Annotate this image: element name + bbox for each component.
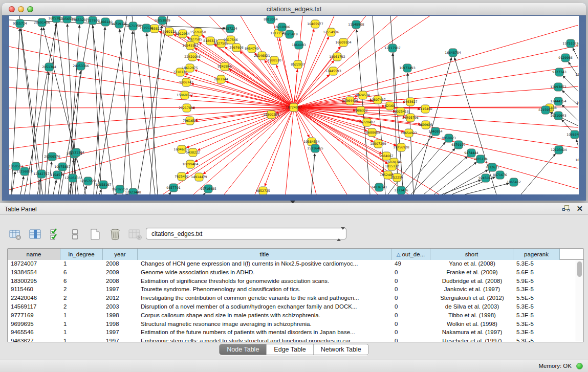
close-icon[interactable]: ✕ <box>576 205 583 212</box>
scrollbar-thumb[interactable] <box>577 261 582 277</box>
graph-node[interactable]: 26495796 <box>402 114 419 122</box>
graph-node[interactable]: 18961792 <box>329 53 345 61</box>
graph-node[interactable]: 9852725 <box>256 187 270 194</box>
cell[interactable]: 1997 <box>103 286 138 294</box>
graph-node[interactable]: 10688609 <box>364 128 380 137</box>
graph-node[interactable]: 6879197 <box>451 141 466 149</box>
row-height-icon[interactable] <box>68 228 82 241</box>
graph-node[interactable]: 1733426 <box>394 186 408 194</box>
cell[interactable]: 9465546 <box>8 329 60 337</box>
graph-node[interactable]: 9699695 <box>419 121 433 129</box>
cell[interactable]: 0 <box>391 329 430 337</box>
cell[interactable]: Genome-wide association studies in ADHD. <box>138 269 391 277</box>
graph-node[interactable]: 1065412 <box>507 178 521 186</box>
graph-node[interactable]: 20691406 <box>34 18 50 27</box>
network-table-select[interactable]: citations_edges.txt <box>146 228 346 239</box>
cell[interactable]: 18300295 <box>8 277 60 286</box>
column-header-title[interactable]: title <box>138 249 391 260</box>
cell[interactable]: Estimation of the future numbers of pati… <box>138 329 391 337</box>
graph-node[interactable]: 10973493 <box>399 64 416 72</box>
graph-node[interactable]: 16053809 <box>154 16 170 25</box>
graph-node[interactable]: 12505135 <box>64 174 81 182</box>
table-settings-icon[interactable] <box>8 228 23 241</box>
table-row[interactable]: 946362711997Embryonic stem cells: a mode… <box>8 337 583 342</box>
cell[interactable]: Investigating the contribution of common… <box>138 294 391 303</box>
cell[interactable]: 2012 <box>103 294 138 303</box>
graph-node[interactable]: 9806743 <box>179 78 193 86</box>
graph-node[interactable]: 12734492 <box>575 71 579 79</box>
graph-node[interactable]: 12093852 <box>550 83 567 91</box>
graph-node[interactable]: 11548908 <box>348 20 364 29</box>
graph-node[interactable]: 2803144 <box>214 75 228 83</box>
graph-node[interactable]: 21217889 <box>179 104 195 112</box>
cell[interactable]: 5.3E-5 <box>513 320 560 329</box>
graph-node[interactable]: 6466140 <box>98 18 113 26</box>
cell[interactable]: 49 <box>391 260 430 269</box>
cell[interactable]: 2009 <box>103 269 138 277</box>
memory-ok-indicator-icon[interactable] <box>576 363 583 369</box>
cell[interactable]: 18724007 <box>8 260 60 269</box>
table-row[interactable]: 1830029562008Estimation of significance … <box>8 277 583 286</box>
graph-node[interactable]: 12217987 <box>384 44 401 52</box>
cell[interactable]: Stergiakouli et al. (2012) <box>430 294 513 303</box>
graph-node[interactable]: 12342757 <box>33 170 50 178</box>
graph-node[interactable]: 15868177 <box>177 91 193 99</box>
cell[interactable]: 9777169 <box>8 312 60 320</box>
cell[interactable]: 0 <box>391 277 430 286</box>
graph-node[interactable]: 9115460 <box>418 105 432 113</box>
cell[interactable]: 5.9E-5 <box>513 277 560 286</box>
table-row[interactable]: 969969511998Structural magnetic resonanc… <box>8 320 583 329</box>
graph-node[interactable]: 1840954 <box>428 127 443 136</box>
cell[interactable]: 5.3E-5 <box>513 329 560 337</box>
graph-node[interactable]: 8522037 <box>291 60 305 69</box>
graph-node[interactable]: 16609104 <box>335 38 352 47</box>
cell[interactable]: 2 <box>60 286 103 294</box>
column-header-year[interactable]: year <box>103 249 138 260</box>
cell[interactable]: 1997 <box>103 337 138 342</box>
cell[interactable]: 0 <box>391 312 430 320</box>
cell[interactable]: Tourette syndrome. Phenomenology and cla… <box>138 286 391 294</box>
cell[interactable]: 0 <box>391 320 430 329</box>
graph-node[interactable]: 2935114 <box>473 155 488 163</box>
cell[interactable]: 19384554 <box>8 269 60 277</box>
cell[interactable]: Franke et al. (2009) <box>430 269 513 277</box>
network-canvas[interactable]: 7963822896012889129541522605893275051654… <box>9 16 579 194</box>
graph-node[interactable]: 19654923 <box>401 129 417 137</box>
graph-node[interactable]: 1043521 <box>576 99 579 107</box>
column-header-name[interactable]: name <box>8 249 60 260</box>
graph-node[interactable]: 20206576 <box>44 152 60 161</box>
cell[interactable]: 6 <box>60 269 103 277</box>
cell[interactable]: 9699695 <box>8 320 60 329</box>
table-column-icon[interactable] <box>28 228 42 241</box>
cell[interactable]: 22420046 <box>8 294 60 303</box>
column-header-in_degree[interactable]: in_degree <box>60 249 103 260</box>
cell[interactable]: Dudbridge et al. (2008) <box>430 277 513 286</box>
cell[interactable]: 5.3E-5 <box>513 312 560 320</box>
graph-node[interactable]: 8454749 <box>245 45 259 53</box>
cell[interactable]: 2008 <box>103 260 138 269</box>
cell[interactable]: 5.3E-5 <box>513 260 560 269</box>
window-titlebar[interactable]: citations_edges.txt <box>2 3 586 15</box>
table-row[interactable]: 2242004622012Investigating the contribut… <box>8 294 583 303</box>
cell[interactable]: 14569117 <box>8 303 60 312</box>
table-row[interactable]: 1872400712008Changes of HCN gene express… <box>8 260 583 269</box>
cell[interactable]: 5.3E-5 <box>513 303 560 312</box>
graph-node[interactable]: 8958923 <box>442 134 456 142</box>
graph-node[interactable]: 10975887 <box>54 163 71 171</box>
delete-icon[interactable] <box>108 228 122 241</box>
graph-node[interactable]: 15226058 <box>190 28 206 36</box>
cell[interactable]: 2003 <box>103 303 138 312</box>
cell[interactable]: Yano et al. (2008) <box>430 260 513 269</box>
cell[interactable]: Estimation of significance thresholds fo… <box>138 277 391 286</box>
column-header-out_de[interactable]: △out_de... <box>391 249 430 260</box>
cell[interactable]: 1 <box>60 312 103 320</box>
cell[interactable]: 2 <box>60 303 103 312</box>
cell[interactable]: 1 <box>60 320 103 329</box>
tab-node-table[interactable]: Node Table <box>220 344 267 355</box>
cell[interactable]: 0 <box>391 286 430 294</box>
cell[interactable]: Wolkin et al. (1998) <box>430 320 513 329</box>
cell[interactable]: 5.5E-5 <box>513 294 560 303</box>
graph-node[interactable]: 12103404 <box>551 146 567 154</box>
cell[interactable]: 1 <box>60 337 103 342</box>
table-row[interactable]: 1938455462009Genome-wide association stu… <box>8 269 583 277</box>
